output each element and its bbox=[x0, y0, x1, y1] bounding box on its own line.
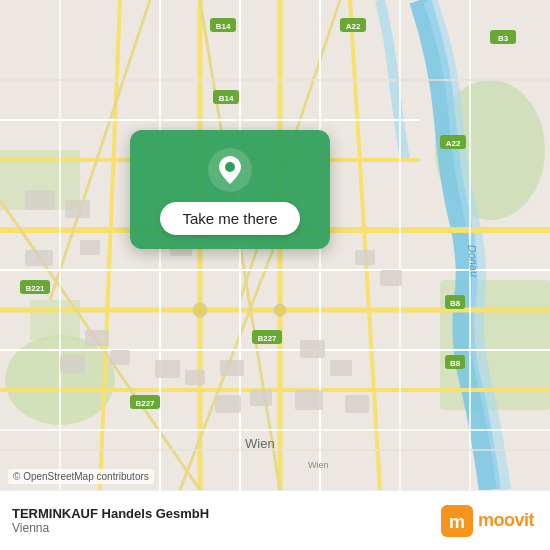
svg-text:B14: B14 bbox=[216, 22, 231, 31]
location-name: TERMINKAUF Handels GesmbH bbox=[12, 506, 209, 521]
svg-text:Wien: Wien bbox=[245, 436, 275, 451]
app-container: B14 A22 B14 A22 B3 B221 B227 B227 B8 B8 … bbox=[0, 0, 550, 550]
svg-text:B8: B8 bbox=[450, 299, 461, 308]
svg-rect-59 bbox=[330, 360, 352, 376]
bottom-bar: TERMINKAUF Handels GesmbH Vienna m moovi… bbox=[0, 490, 550, 550]
location-card: Take me there bbox=[130, 130, 330, 249]
svg-rect-67 bbox=[215, 395, 241, 413]
svg-rect-61 bbox=[345, 395, 369, 413]
svg-point-75 bbox=[193, 303, 207, 317]
svg-rect-70 bbox=[85, 330, 109, 346]
svg-text:A22: A22 bbox=[346, 22, 361, 31]
svg-rect-65 bbox=[185, 370, 205, 385]
svg-rect-54 bbox=[25, 190, 55, 210]
svg-rect-58 bbox=[300, 340, 325, 358]
svg-rect-68 bbox=[250, 390, 272, 406]
svg-rect-57 bbox=[25, 250, 53, 266]
svg-rect-71 bbox=[110, 350, 130, 365]
svg-rect-63 bbox=[380, 270, 402, 286]
map-attribution: © OpenStreetMap contributors bbox=[8, 469, 154, 484]
svg-rect-56 bbox=[80, 240, 100, 255]
svg-text:B227: B227 bbox=[257, 334, 277, 343]
svg-text:m: m bbox=[449, 512, 465, 532]
svg-text:B8: B8 bbox=[450, 359, 461, 368]
moovit-text: moovit bbox=[478, 510, 534, 531]
location-city: Vienna bbox=[12, 521, 209, 535]
map-area: B14 A22 B14 A22 B3 B221 B227 B227 B8 B8 … bbox=[0, 0, 550, 490]
svg-text:B14: B14 bbox=[219, 94, 234, 103]
moovit-icon: m bbox=[441, 505, 473, 537]
svg-rect-62 bbox=[355, 250, 375, 265]
svg-rect-64 bbox=[155, 360, 180, 378]
svg-point-78 bbox=[225, 162, 235, 172]
svg-text:B227: B227 bbox=[135, 399, 155, 408]
svg-text:B3: B3 bbox=[498, 34, 509, 43]
svg-rect-55 bbox=[65, 200, 90, 218]
moovit-logo: m moovit bbox=[441, 505, 534, 537]
svg-text:A22: A22 bbox=[446, 139, 461, 148]
svg-rect-66 bbox=[220, 360, 244, 376]
svg-point-76 bbox=[274, 304, 286, 316]
svg-rect-60 bbox=[295, 390, 323, 410]
take-me-there-button[interactable]: Take me there bbox=[160, 202, 299, 235]
svg-rect-72 bbox=[60, 355, 85, 373]
svg-text:B221: B221 bbox=[25, 284, 45, 293]
svg-text:Wien: Wien bbox=[308, 460, 329, 470]
map-pin-icon bbox=[208, 148, 252, 192]
location-info: TERMINKAUF Handels GesmbH Vienna bbox=[12, 506, 209, 535]
